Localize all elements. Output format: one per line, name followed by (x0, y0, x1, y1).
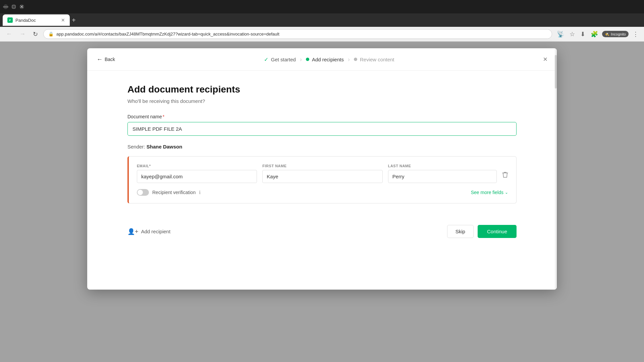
verification-label: Recipient verification (152, 190, 196, 195)
tab-favicon: P (7, 17, 13, 23)
lock-icon: 🔒 (48, 32, 54, 37)
modal-body: Add document recipients Who'll be receiv… (87, 71, 557, 217)
add-recipient-icon: 👤+ (127, 228, 139, 235)
scrollbar[interactable] (555, 48, 557, 290)
address-bar[interactable]: 🔒 app.pandadoc.com/a/#/contacts/baxZJ48M… (43, 29, 552, 39)
add-recipient-label: Add recipient (141, 229, 171, 234)
title-bar: — □ ✕ (0, 0, 644, 13)
add-recipient-button[interactable]: 👤+ Add recipient (127, 228, 170, 235)
step-inactive-dot (354, 58, 357, 61)
incognito-badge: 🕵 Incognito (602, 31, 629, 37)
email-input[interactable] (137, 170, 257, 183)
reload-button[interactable]: ↻ (31, 29, 40, 39)
extensions-icon[interactable]: 🧩 (589, 29, 599, 39)
bookmark-icon[interactable]: ☆ (568, 29, 576, 39)
modal-close-button[interactable]: × (543, 55, 547, 64)
window-controls: — □ ✕ (3, 4, 24, 9)
continue-button[interactable]: Continue (478, 225, 517, 238)
url-text: app.pandadoc.com/a/#/contacts/baxZJ48MTb… (56, 32, 547, 37)
window-close-button[interactable]: ✕ (19, 4, 24, 9)
step-get-started-label: Get started (271, 57, 296, 62)
see-more-label: See more fields (471, 190, 503, 195)
maximize-button[interactable]: □ (11, 4, 16, 9)
sender-name: Shane Dawson (147, 144, 182, 149)
info-icon[interactable]: ℹ (199, 190, 201, 195)
email-field-group: EMAIL* (137, 164, 257, 183)
sender-line: Sender: Shane Dawson (127, 144, 517, 149)
cast-icon[interactable]: 📡 (555, 29, 566, 39)
tab-title: PandaDoc (15, 18, 58, 23)
back-nav-button[interactable]: ← (4, 29, 14, 39)
last-name-label: LAST NAME (388, 164, 497, 168)
delete-recipient-button[interactable] (502, 171, 508, 183)
minimize-button[interactable]: — (3, 4, 8, 9)
back-arrow-icon: ← (97, 56, 103, 63)
step-review-content-label: Review content (360, 57, 394, 62)
recipient-footer: Recipient verification ℹ See more fields… (137, 189, 508, 196)
verification-toggle[interactable] (137, 189, 149, 196)
first-name-field-group: FIRST NAME (262, 164, 382, 183)
step-add-recipients-label: Add recipients (312, 57, 344, 62)
forward-nav-button[interactable]: → (17, 29, 28, 39)
page-title: Add document recipients (127, 84, 517, 95)
step-check-icon: ✓ (264, 56, 268, 63)
nav-bar: ← → ↻ 🔒 app.pandadoc.com/a/#/contacts/ba… (0, 27, 644, 42)
back-button[interactable]: ← Back (97, 56, 115, 63)
menu-icon[interactable]: ⋮ (631, 29, 640, 39)
document-name-label: Document name* (127, 114, 517, 119)
document-name-input[interactable] (127, 122, 517, 136)
sender-label: Sender: (127, 144, 145, 149)
page-background: ← Back ✓ Get started › Add rec (0, 42, 644, 362)
wizard-steps: ✓ Get started › Add recipients › (115, 56, 543, 63)
modal-footer: 👤+ Add recipient Skip Continue (87, 217, 557, 248)
active-tab[interactable]: P PandaDoc ✕ (3, 14, 70, 26)
download-icon[interactable]: ⬇ (579, 29, 587, 39)
last-name-field-group: LAST NAME (388, 164, 508, 183)
skip-button[interactable]: Skip (447, 225, 474, 238)
toggle-knob (138, 190, 143, 195)
chevron-down-icon: ⌄ (505, 190, 508, 195)
verification-toggle-row: Recipient verification ℹ (137, 189, 201, 196)
first-name-input[interactable] (262, 170, 382, 183)
modal: ← Back ✓ Get started › Add rec (87, 48, 557, 290)
tab-close-icon[interactable]: ✕ (61, 17, 65, 23)
step-get-started[interactable]: ✓ Get started (264, 56, 296, 63)
required-star: * (163, 114, 164, 119)
modal-header: ← Back ✓ Get started › Add rec (87, 48, 557, 71)
footer-actions: Skip Continue (447, 225, 517, 238)
nav-icons: 📡 ☆ ⬇ 🧩 🕵 Incognito ⋮ (555, 29, 640, 39)
modal-backdrop: ← Back ✓ Get started › Add rec (0, 42, 644, 362)
step-separator-1: › (300, 56, 302, 63)
see-more-fields-link[interactable]: See more fields ⌄ (471, 190, 508, 195)
step-active-dot (306, 58, 309, 61)
document-name-section: Document name* (127, 114, 517, 136)
first-name-label: FIRST NAME (262, 164, 382, 168)
recipient-card: EMAIL* FIRST NAME LAST NA (127, 156, 517, 203)
new-tab-button[interactable]: + (72, 17, 76, 23)
step-add-recipients[interactable]: Add recipients (306, 57, 344, 62)
tab-bar: P PandaDoc ✕ + (0, 13, 644, 27)
recipient-fields: EMAIL* FIRST NAME LAST NA (137, 164, 508, 183)
step-review-content[interactable]: Review content (354, 57, 394, 62)
back-label: Back (105, 57, 115, 62)
email-field-label: EMAIL* (137, 164, 257, 168)
last-name-input[interactable] (388, 170, 497, 183)
svg-text:P: P (9, 19, 11, 22)
incognito-label: Incognito (611, 32, 626, 36)
step-separator-2: › (348, 56, 350, 63)
scroll-thumb (555, 55, 557, 88)
page-subtitle: Who'll be receiving this document? (127, 98, 517, 104)
